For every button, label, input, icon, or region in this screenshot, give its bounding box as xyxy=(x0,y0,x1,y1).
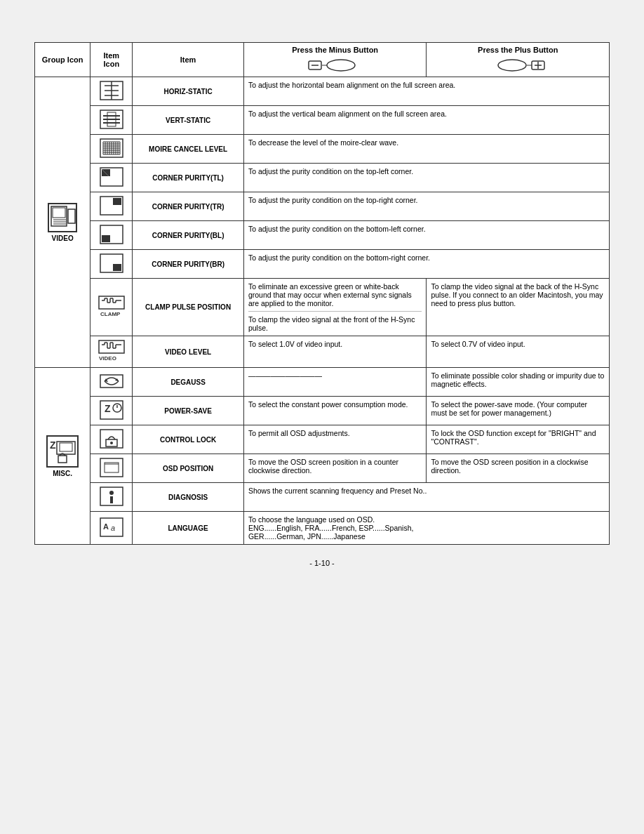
table-row: VIDEO HORIZ-STATIC To adjust the horizon… xyxy=(35,77,610,106)
item-name-osd-position: OSD POSITION xyxy=(133,454,244,483)
corner-tr-icon xyxy=(99,195,124,216)
desc-video-level-plus: To select 0.7V of video input. xyxy=(427,336,610,368)
svg-text:VIDEO: VIDEO xyxy=(99,355,116,362)
svg-point-4 xyxy=(498,60,526,71)
item-name-horiz-static: HORIZ-STATIC xyxy=(133,77,244,106)
table-row: CONTROL LOCK To permit all OSD adjustmen… xyxy=(35,425,610,454)
plus-button-icon xyxy=(490,57,546,72)
table-row: CORNER PURITY(BR) To adjust the purity c… xyxy=(35,250,610,279)
misc-group-icon: Z xyxy=(46,435,79,468)
power-save-icon: Z xyxy=(99,399,124,421)
corner-br-icon xyxy=(99,253,124,274)
page-number: - 1-10 - xyxy=(309,559,334,567)
moire-icon xyxy=(99,138,124,159)
diagnosis-icon xyxy=(99,486,124,507)
group-video-cell: VIDEO xyxy=(35,77,90,368)
corner-tl-icon xyxy=(99,166,124,187)
item-icon-clamp: CLAMP xyxy=(90,279,133,336)
item-icon-power-save: Z xyxy=(90,397,133,425)
header-item: Item xyxy=(133,43,244,77)
desc-language: To choose the language used on OSD. ENG.… xyxy=(243,512,609,545)
clamp-desc-top: To eliminate an excessive green or white… xyxy=(248,282,422,312)
svg-rect-51 xyxy=(113,264,121,271)
header-plus-button: Press the Plus Button xyxy=(427,43,610,77)
svg-rect-49 xyxy=(102,235,110,242)
svg-rect-98 xyxy=(110,496,113,503)
desc-horiz-static: To adjust the horizontal beam alignment … xyxy=(243,77,609,106)
desc-degauss-minus: —————————— xyxy=(243,368,427,397)
table-row: Z POWER-SAVE To select the constant powe… xyxy=(35,397,610,425)
control-lock-icon xyxy=(99,428,124,449)
table-row: VIDEO VIDEO LEVEL To select 1.0V of vide… xyxy=(35,336,610,368)
item-name-corner-tl: CORNER PURITY(TL) xyxy=(133,164,244,192)
desc-clamp-plus: To clamp the video signal at the back of… xyxy=(427,279,610,336)
item-name-vert-static: VERT-STATIC xyxy=(133,106,244,135)
item-icon-diagnosis xyxy=(90,483,133,512)
svg-rect-15 xyxy=(68,209,75,223)
item-icon-control-lock xyxy=(90,425,133,454)
svg-rect-47 xyxy=(113,198,121,205)
item-icon-language: A a xyxy=(90,512,133,545)
item-name-video-level: VIDEO LEVEL xyxy=(133,336,244,368)
svg-rect-93 xyxy=(100,458,123,477)
table-row: Z MISC. xyxy=(35,368,610,397)
svg-point-92 xyxy=(110,442,113,444)
item-icon-horiz-static xyxy=(90,77,133,106)
desc-degauss-plus: To eliminate possible color shading or i… xyxy=(427,368,610,397)
item-icon-corner-tr xyxy=(90,192,133,221)
item-icon-corner-br xyxy=(90,250,133,279)
table-row: CLAMP CLAMP PULSE POSITION To eliminate … xyxy=(35,279,610,336)
item-icon-video-level: VIDEO xyxy=(90,336,133,368)
svg-text:CLAMP: CLAMP xyxy=(100,311,121,317)
desc-control-lock-plus: To lock the OSD function except for "BRI… xyxy=(427,425,610,454)
table-row: OSD POSITION To move the OSD screen posi… xyxy=(35,454,610,483)
item-name-control-lock: CONTROL LOCK xyxy=(133,425,244,454)
svg-point-2 xyxy=(327,60,355,71)
svg-text:a: a xyxy=(111,524,115,532)
misc-group-label: MISC. xyxy=(53,470,72,477)
table-row: CORNER PURITY(TR) To adjust the purity c… xyxy=(35,192,610,221)
item-icon-corner-tl xyxy=(90,164,133,192)
vert-static-icon xyxy=(99,109,124,130)
desc-corner-tl: To adjust the purity condition on the to… xyxy=(243,164,609,192)
desc-vert-static: To adjust the vertical beam alignment on… xyxy=(243,106,609,135)
video-level-icon: VIDEO xyxy=(98,339,126,363)
minus-button-icon xyxy=(307,57,363,72)
svg-text:Z: Z xyxy=(50,439,56,451)
svg-rect-83 xyxy=(100,375,123,388)
svg-rect-90 xyxy=(100,430,123,448)
desc-osd-position-plus: To move the OSD screen position in a clo… xyxy=(427,454,610,483)
svg-rect-11 xyxy=(53,208,65,218)
corner-bl-icon xyxy=(99,224,124,245)
desc-moire: To decrease the level of the moire-clear… xyxy=(243,135,609,164)
svg-text:A: A xyxy=(103,522,109,531)
item-icon-degauss xyxy=(90,368,133,397)
svg-rect-86 xyxy=(100,401,123,419)
item-icon-vert-static xyxy=(90,106,133,135)
svg-rect-81 xyxy=(60,443,72,451)
item-name-power-save: POWER-SAVE xyxy=(133,397,244,425)
header-minus-button: Press the Minus Button xyxy=(243,43,427,77)
table-row: A a LANGUAGE To choose the language used… xyxy=(35,512,610,545)
item-icon-osd-position xyxy=(90,454,133,483)
svg-point-97 xyxy=(109,491,114,495)
item-name-language: LANGUAGE xyxy=(133,512,244,545)
table-row: CORNER PURITY(TL) To adjust the purity c… xyxy=(35,164,610,192)
page-container: Group Icon Item Icon Item Press the Minu… xyxy=(34,42,610,545)
osd-position-icon xyxy=(99,457,124,478)
desc-osd-position-minus: To move the OSD screen position in a cou… xyxy=(243,454,427,483)
language-icon: A a xyxy=(99,517,124,538)
table-row: DIAGNOSIS Shows the current scanning fre… xyxy=(35,483,610,512)
header-item-icon: Item Icon xyxy=(90,43,133,77)
desc-corner-tr: To adjust the purity condition on the to… xyxy=(243,192,609,221)
desc-corner-bl: To adjust the purity condition on the bo… xyxy=(243,221,609,250)
desc-video-level-minus: To select 1.0V of video input. xyxy=(243,336,427,368)
table-row: CORNER PURITY(BL) To adjust the purity c… xyxy=(35,221,610,250)
item-name-corner-bl: CORNER PURITY(BL) xyxy=(133,221,244,250)
item-icon-moire xyxy=(90,135,133,164)
item-name-degauss: DEGAUSS xyxy=(133,368,244,397)
clamp-icon: CLAMP xyxy=(98,295,126,319)
header-group-icon: Group Icon xyxy=(35,43,90,77)
item-icon-corner-bl xyxy=(90,221,133,250)
item-name-corner-br: CORNER PURITY(BR) xyxy=(133,250,244,279)
